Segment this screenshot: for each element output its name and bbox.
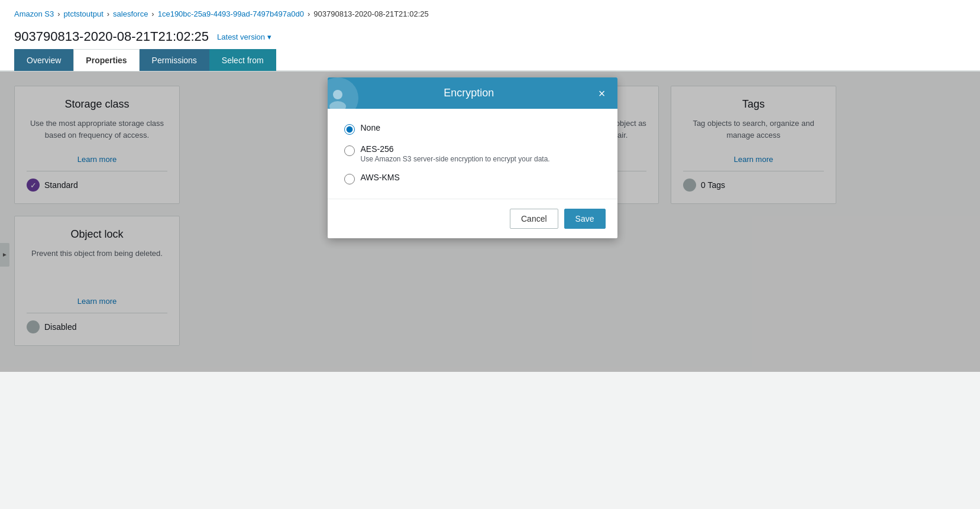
breadcrumb: Amazon S3 › ptctstoutput › salesforce › … [0, 0, 980, 23]
modal-footer: Cancel Save [328, 199, 617, 238]
encryption-radio-aes256[interactable] [344, 145, 355, 156]
breadcrumb-sep-1: › [57, 9, 60, 18]
tab-select-from[interactable]: Select from [209, 49, 276, 71]
encryption-label-none[interactable]: None [361, 123, 380, 132]
encryption-label-awskms[interactable]: AWS-KMS [361, 173, 400, 182]
page-title: 903790813-2020-08-21T21:02:25 [14, 29, 209, 44]
content-area: Storage class Use the most appropriate s… [0, 72, 980, 372]
breadcrumb-sep-3: › [151, 9, 154, 18]
modal-title: Encryption [339, 87, 599, 99]
modal-overlay: Encryption × None [0, 72, 980, 372]
breadcrumb-ptctstoutput[interactable]: ptctstoutput [64, 9, 104, 18]
breadcrumb-amazon-s3[interactable]: Amazon S3 [14, 9, 54, 18]
encryption-radio-awskms[interactable] [344, 174, 355, 184]
encryption-modal: Encryption × None [328, 77, 617, 238]
encryption-options: None AES-256 Use Amazon S3 server-side e… [344, 123, 601, 184]
cancel-button[interactable]: Cancel [510, 209, 558, 229]
tab-permissions[interactable]: Permissions [140, 49, 209, 71]
modal-close-button[interactable]: × [599, 87, 606, 99]
tab-overview[interactable]: Overview [14, 49, 73, 71]
breadcrumb-current: 903790813-2020-08-21T21:02:25 [313, 9, 428, 18]
breadcrumb-sep-2: › [107, 9, 109, 18]
modal-header: Encryption × [328, 77, 617, 109]
encryption-label-aes256[interactable]: AES-256 [361, 144, 394, 154]
encryption-radio-none[interactable] [344, 124, 355, 135]
save-button[interactable]: Save [564, 209, 606, 229]
tabs-bar: Overview Properties Permissions Select f… [0, 49, 980, 71]
encryption-option-none[interactable]: None [344, 123, 601, 135]
version-dropdown[interactable]: Latest version ▾ [217, 33, 271, 41]
svg-point-0 [333, 90, 342, 99]
modal-body: None AES-256 Use Amazon S3 server-side e… [328, 109, 617, 199]
tab-properties[interactable]: Properties [73, 49, 139, 71]
encryption-desc-aes256: Use Amazon S3 server-side encryption to … [361, 155, 550, 163]
breadcrumb-sep-4: › [308, 9, 310, 18]
version-label: Latest version [217, 33, 265, 41]
breadcrumb-salesforce[interactable]: salesforce [113, 9, 148, 18]
svg-point-1 [329, 101, 346, 110]
encryption-option-awskms[interactable]: AWS-KMS [344, 173, 601, 184]
breadcrumb-uuid[interactable]: 1ce190bc-25a9-4493-99ad-7497b497a0d0 [158, 9, 304, 18]
title-area: 903790813-2020-08-21T21:02:25 Latest ver… [0, 23, 980, 44]
encryption-option-aes256[interactable]: AES-256 Use Amazon S3 server-side encryp… [344, 144, 601, 163]
version-chevron: ▾ [267, 33, 271, 41]
